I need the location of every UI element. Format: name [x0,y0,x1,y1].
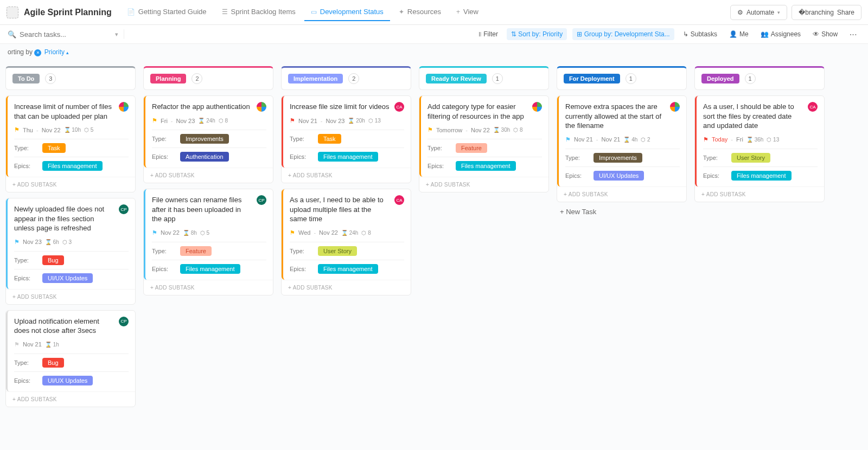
column-header[interactable]: Planning2 [143,66,273,90]
task-card[interactable]: File owners can rename files after it ha… [143,189,273,295]
priority-flag-icon[interactable]: ⚑ [290,229,295,236]
tab-sprint-backlog[interactable]: ☰Sprint Backlog Items [215,3,302,21]
close-icon[interactable]: × [34,49,41,56]
assignee-avatar[interactable]: CA [394,102,404,112]
story-points: ⬡ 5 [200,230,209,236]
assignee-avatar[interactable]: CP [119,317,129,326]
assignee-avatar[interactable]: CP [119,204,129,214]
tab-development-status[interactable]: ▭Development Status [304,3,390,21]
show-button[interactable]: 👁Show [809,28,841,40]
epics-tag[interactable]: Files management [180,264,240,274]
add-subtask-button[interactable]: + ADD SUBTASK [557,187,686,202]
priority-flag-icon[interactable]: ⚑ [565,136,571,143]
new-task-button[interactable]: + New Task [557,202,687,221]
subtasks-button[interactable]: ↳Subtasks [680,28,720,40]
type-tag[interactable]: Feature [456,143,487,153]
epics-tag[interactable]: Files management [318,152,378,162]
assignee-avatar[interactable]: CP [257,195,266,205]
type-tag[interactable]: Task [318,134,341,144]
column-header[interactable]: Ready for Review1 [419,66,549,90]
epics-tag[interactable]: Files management [731,171,792,181]
epics-tag[interactable]: UI/UX Updates [593,171,644,181]
tab-resources[interactable]: ✦Resources [392,3,448,21]
tab-add-view[interactable]: +View [450,3,485,21]
search-box[interactable]: 🔍 ▾ [8,30,118,38]
add-subtask-button[interactable]: + ADD SUBTASK [282,168,411,183]
tab-getting-started[interactable]: 📄Getting Started Guide [120,3,213,21]
priority-flag-icon[interactable]: ⚑ [152,229,157,236]
add-subtask-button[interactable]: + ADD SUBTASK [419,177,548,192]
tab-label: View [463,8,478,16]
add-subtask-button[interactable]: + ADD SUBTASK [6,177,135,192]
task-card[interactable]: As a user, I need to be able to upload m… [281,189,411,295]
priority-flag-icon[interactable]: ⚑ [290,117,295,124]
type-tag[interactable]: User Story [731,153,770,163]
tab-label: Development Status [320,8,384,16]
chevron-down-icon[interactable]: ▾ [115,31,118,38]
task-date: Nov 23 [326,118,345,124]
epics-tag[interactable]: UI/UX Updates [42,273,93,283]
priority-flag-icon[interactable]: ⚑ [427,126,433,133]
column-header[interactable]: For Deployment1 [557,66,687,90]
priority-flag-icon[interactable]: ⚑ [152,117,157,124]
type-tag[interactable]: Bug [42,358,64,368]
field-row: Epics:UI/UX Updates [565,166,680,184]
field-row: Type:User Story [290,242,404,260]
type-tag[interactable]: Improvements [593,153,642,163]
more-button[interactable]: ··· [846,30,860,38]
type-tag[interactable]: Bug [42,255,64,265]
task-card[interactable]: Refactor the app authentication⚑Fri-Nov … [143,95,273,183]
column: Implementation2Increase file size limit … [281,66,411,295]
task-card[interactable]: Increase file size limit for videosCA⚑No… [281,95,411,183]
add-subtask-button[interactable]: + ADD SUBTASK [282,280,411,295]
filter-button[interactable]: ⫴Filter [475,28,501,40]
add-subtask-button[interactable]: + ADD SUBTASK [144,168,273,183]
tab-label: Getting Started Guide [138,8,207,16]
task-card[interactable]: Upload notification element does not clo… [5,310,136,407]
task-card[interactable]: Remove extra spaces the are currently al… [557,95,687,202]
type-tag[interactable]: Feature [180,246,212,256]
add-subtask-button[interactable]: + ADD SUBTASK [144,280,273,295]
add-subtask-button[interactable]: + ADD SUBTASK [6,391,135,407]
search-input[interactable] [20,30,95,38]
column-status-badge: Ready for Review [426,74,487,83]
type-tag[interactable]: Improvements [180,134,229,144]
epics-tag[interactable]: Authentication [180,152,229,162]
task-card[interactable]: Increase limit of number of files that c… [5,95,136,192]
column-header[interactable]: To Do3 [5,66,136,90]
field-label: Type: [152,136,175,142]
share-button[interactable]: �branchingShare [792,5,861,20]
priority-flag-icon[interactable]: ⚑ [14,126,20,133]
group-by-chip[interactable]: ⊞ Group by: Development Sta... [572,28,674,40]
assignee-avatar[interactable] [257,102,266,112]
automate-label: Automate [746,9,774,16]
assignee-avatar[interactable]: CA [394,195,404,205]
task-date: Nov 23 [23,239,42,245]
me-button[interactable]: 👤Me [726,28,752,40]
column-header[interactable]: Deployed1 [694,66,825,90]
priority-flag-icon[interactable]: ⚑ [703,136,709,143]
epics-tag[interactable]: Files management [456,161,516,171]
epics-tag[interactable]: UI/UX Updates [42,376,93,385]
priority-flag-icon[interactable]: ⚑ [14,341,20,348]
add-subtask-button[interactable]: + ADD SUBTASK [695,187,824,202]
epics-tag[interactable]: Files management [318,264,378,274]
priority-flag-icon[interactable]: ⚑ [14,239,20,246]
assignee-avatar[interactable] [670,102,680,112]
sort-chip[interactable]: × Priority ▴ [34,48,69,56]
automate-button[interactable]: ⚙Automate▾ [730,5,787,20]
type-tag[interactable]: User Story [318,246,357,256]
assignees-button[interactable]: 👥Assignees [757,28,804,40]
sort-by-chip[interactable]: ⇅ Sort by: Priority [507,28,567,40]
type-tag[interactable]: Task [42,143,66,153]
add-subtask-button[interactable]: + ADD SUBTASK [6,289,135,304]
task-card[interactable]: Add category type for easier filtering o… [419,95,549,192]
task-card[interactable]: As a user, I should be able to sort the … [694,95,825,202]
assignee-avatar[interactable] [119,102,129,112]
column-header[interactable]: Implementation2 [281,66,411,90]
task-card[interactable]: Newly uploaded file does not appear in t… [5,198,136,305]
assignee-avatar[interactable]: CA [808,102,818,112]
assignee-avatar[interactable] [532,102,542,112]
epics-tag[interactable]: Files management [42,161,103,171]
time-estimate: ⌛ 20h [348,118,365,124]
